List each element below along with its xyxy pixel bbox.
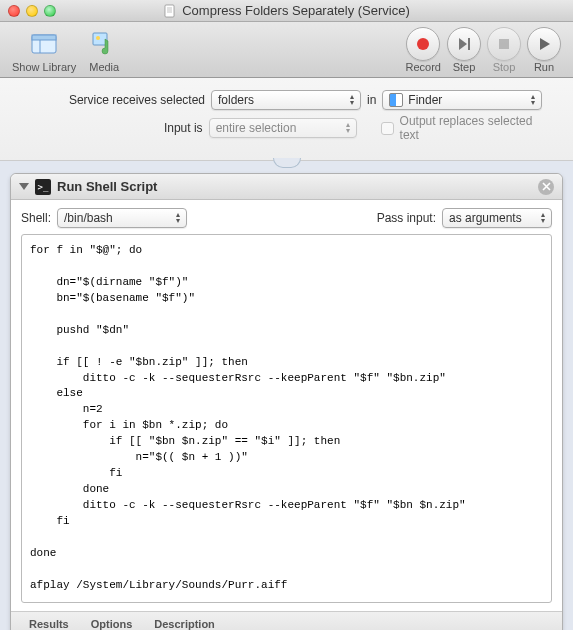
step-icon (455, 35, 473, 53)
chevron-updown-icon: ▴▾ (176, 212, 180, 224)
traffic-lights (8, 5, 56, 17)
run-shell-script-action: >_ Run Shell Script Shell: /bin/bash ▴▾ … (10, 173, 563, 630)
record-label: Record (406, 61, 441, 73)
chevron-updown-icon: ▴▾ (531, 94, 535, 106)
action-title: Run Shell Script (57, 179, 157, 194)
script-textarea[interactable]: for f in "$@"; do dn="$(dirname "$f")" b… (21, 234, 552, 603)
document-icon (163, 4, 177, 18)
shell-popup[interactable]: /bin/bash ▴▾ (57, 208, 187, 228)
shell-label: Shell: (21, 211, 51, 225)
shell-value: /bin/bash (64, 211, 113, 225)
disclosure-triangle-icon[interactable] (19, 183, 29, 190)
stop-label: Stop (493, 61, 516, 73)
workflow-canvas: >_ Run Shell Script Shell: /bin/bash ▴▾ … (0, 161, 573, 630)
stop-icon (495, 35, 513, 53)
input-is-label: Input is (20, 121, 203, 135)
stop-button[interactable] (487, 27, 521, 61)
svg-point-6 (417, 38, 429, 50)
svg-rect-0 (165, 5, 174, 17)
finder-icon (389, 93, 403, 107)
run-button[interactable] (527, 27, 561, 61)
description-tab[interactable]: Description (154, 618, 215, 630)
minimize-window-button[interactable] (26, 5, 38, 17)
show-library-button[interactable]: Show Library (12, 27, 76, 73)
output-replaces-label: Output replaces selected text (400, 114, 553, 142)
options-tab[interactable]: Options (91, 618, 133, 630)
close-icon (542, 182, 551, 191)
media-icon (88, 27, 120, 59)
run-label: Run (534, 61, 554, 73)
toolbar: Show Library Media Record Step Stop (0, 22, 573, 78)
action-header[interactable]: >_ Run Shell Script (11, 174, 562, 200)
svg-marker-10 (540, 38, 550, 50)
chevron-updown-icon: ▴▾ (350, 94, 354, 106)
close-window-button[interactable] (8, 5, 20, 17)
svg-marker-7 (459, 38, 467, 50)
window-title: Compress Folders Separately (Service) (0, 3, 573, 18)
results-tab[interactable]: Results (29, 618, 69, 630)
pass-input-label: Pass input: (377, 211, 436, 225)
action-footer: Results Options Description (11, 611, 562, 630)
svg-rect-3 (32, 35, 56, 40)
zoom-window-button[interactable] (44, 5, 56, 17)
output-replaces-checkbox[interactable] (381, 122, 394, 135)
receives-popup[interactable]: folders ▴▾ (211, 90, 361, 110)
media-button[interactable]: Media (88, 27, 120, 73)
service-config: Service receives selected folders ▴▾ in … (0, 78, 573, 161)
step-label: Step (453, 61, 476, 73)
media-label: Media (89, 61, 119, 73)
input-is-value: entire selection (216, 121, 297, 135)
play-icon (535, 35, 553, 53)
pass-input-popup[interactable]: as arguments ▴▾ (442, 208, 552, 228)
chevron-updown-icon: ▴▾ (346, 122, 350, 134)
in-app-value: Finder (408, 93, 442, 107)
svg-rect-9 (499, 39, 509, 49)
remove-action-button[interactable] (538, 179, 554, 195)
titlebar: Compress Folders Separately (Service) (0, 0, 573, 22)
terminal-icon: >_ (35, 179, 51, 195)
input-is-popup[interactable]: entire selection ▴▾ (209, 118, 357, 138)
record-icon (414, 35, 432, 53)
receives-label: Service receives selected (20, 93, 205, 107)
window-title-text: Compress Folders Separately (Service) (182, 3, 410, 18)
svg-point-5 (96, 36, 100, 40)
chevron-updown-icon: ▴▾ (541, 212, 545, 224)
receives-value: folders (218, 93, 254, 107)
svg-rect-8 (468, 38, 470, 50)
pass-input-value: as arguments (449, 211, 522, 225)
step-button[interactable] (447, 27, 481, 61)
in-label: in (367, 93, 376, 107)
record-button[interactable] (406, 27, 440, 61)
show-library-label: Show Library (12, 61, 76, 73)
in-app-popup[interactable]: Finder ▴▾ (382, 90, 542, 110)
library-icon (28, 27, 60, 59)
